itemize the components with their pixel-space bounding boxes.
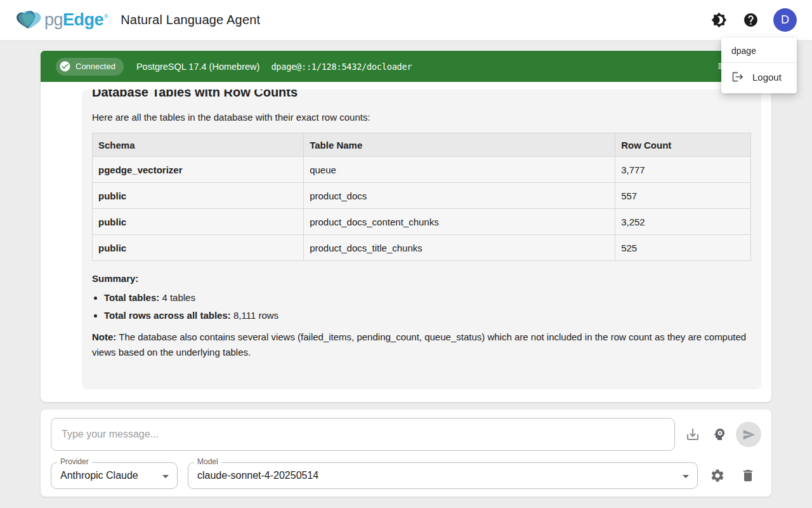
assistant-message: Database Tables with Row Counts Here are… bbox=[82, 90, 761, 389]
cell-schema: pgedge_vectorizer bbox=[93, 157, 304, 183]
summary-label: Summary: bbox=[92, 273, 751, 284]
message-intro: Here are all the tables in the database … bbox=[92, 112, 751, 123]
check-circle-icon bbox=[59, 60, 71, 72]
theme-toggle-button[interactable] bbox=[710, 11, 728, 29]
header-table-name: Table Name bbox=[304, 133, 615, 157]
cell-row-count: 557 bbox=[615, 183, 751, 209]
avatar[interactable]: D bbox=[773, 8, 797, 32]
menu-username: dpage bbox=[721, 37, 797, 62]
chat-scroll-area[interactable]: Database Tables with Row Counts Here are… bbox=[41, 82, 771, 402]
message-note: Note: The database also contains several… bbox=[92, 330, 751, 360]
cell-table-name: product_docs bbox=[304, 183, 615, 209]
model-row: Provider Anthropic Claude Model claude-s… bbox=[51, 462, 761, 489]
model-select[interactable]: Model claude-sonnet-4-20250514 bbox=[188, 462, 698, 489]
send-button[interactable] bbox=[736, 422, 761, 447]
send-icon bbox=[742, 428, 756, 441]
dark-mode-icon bbox=[711, 12, 727, 28]
table-row: public product_docs_content_chunks 3,252 bbox=[93, 209, 751, 235]
psychology-icon bbox=[712, 427, 727, 442]
summary-item: Total tables: 4 tables bbox=[104, 292, 751, 303]
provider-select-value: Anthropic Claude bbox=[60, 470, 138, 481]
pgedge-logo-icon bbox=[15, 8, 43, 32]
provider-select-label: Provider bbox=[57, 457, 92, 466]
cell-schema: public bbox=[93, 209, 304, 235]
gear-icon bbox=[710, 468, 725, 483]
row-counts-table: Schema Table Name Row Count pgedge_vecto… bbox=[92, 133, 751, 261]
delete-button[interactable] bbox=[736, 464, 760, 488]
cell-row-count: 3,777 bbox=[615, 157, 751, 183]
help-icon bbox=[743, 12, 759, 28]
connection-string: dpage@::1/128:5432/docloader bbox=[271, 62, 412, 72]
chat-card: Connected PostgreSQL 17.4 (Homebrew) dpa… bbox=[41, 51, 771, 402]
page-title: Natural Language Agent bbox=[121, 13, 260, 27]
table-header-row: Schema Table Name Row Count bbox=[93, 133, 751, 157]
cell-table-name: product_docs_content_chunks bbox=[304, 209, 615, 235]
cell-row-count: 525 bbox=[615, 235, 751, 261]
header-schema: Schema bbox=[93, 133, 304, 157]
trash-icon bbox=[740, 468, 756, 483]
logout-menu-item[interactable]: Logout bbox=[721, 63, 797, 91]
ai-insights-button[interactable] bbox=[707, 422, 731, 446]
download-button[interactable] bbox=[681, 422, 705, 446]
logout-icon bbox=[731, 70, 744, 83]
message-input[interactable] bbox=[51, 418, 675, 451]
user-menu: dpage Logout bbox=[721, 37, 797, 93]
model-select-label: Model bbox=[194, 457, 221, 466]
connected-badge-label: Connected bbox=[75, 62, 115, 71]
table-row: public product_docs 557 bbox=[93, 183, 751, 209]
chevron-down-icon bbox=[683, 475, 689, 478]
table-row: public product_docs_title_chunks 525 bbox=[93, 235, 751, 261]
composer-row bbox=[51, 418, 761, 451]
cell-table-name: product_docs_title_chunks bbox=[304, 235, 615, 261]
main-content: Connected PostgreSQL 17.4 (Homebrew) dpa… bbox=[0, 41, 812, 497]
settings-button[interactable] bbox=[705, 464, 730, 488]
connection-status-bar: Connected PostgreSQL 17.4 (Homebrew) dpa… bbox=[41, 51, 771, 82]
app-header: pgEdge® Natural Language Agent D bbox=[0, 0, 812, 41]
header-row-count: Row Count bbox=[615, 133, 751, 157]
download-icon bbox=[685, 427, 700, 442]
connected-badge: Connected bbox=[56, 58, 124, 76]
cell-table-name: queue bbox=[304, 157, 615, 183]
summary-item: Total rows across all tables: 8,111 rows bbox=[104, 310, 751, 321]
provider-select[interactable]: Provider Anthropic Claude bbox=[51, 462, 178, 489]
table-row: pgedge_vectorizer queue 3,777 bbox=[93, 157, 751, 183]
logout-label: Logout bbox=[752, 72, 782, 83]
help-button[interactable] bbox=[742, 11, 759, 29]
chevron-down-icon bbox=[162, 475, 169, 478]
server-version: PostgreSQL 17.4 (Homebrew) bbox=[136, 62, 260, 72]
model-select-value: claude-sonnet-4-20250514 bbox=[197, 470, 318, 481]
header-actions: D bbox=[710, 8, 797, 32]
pgedge-logo: pgEdge® bbox=[15, 8, 108, 32]
pgedge-logo-text: pgEdge® bbox=[44, 10, 108, 30]
cell-schema: public bbox=[93, 235, 304, 261]
composer-card: Provider Anthropic Claude Model claude-s… bbox=[41, 410, 771, 497]
summary-list: Total tables: 4 tables Total rows across… bbox=[92, 292, 751, 321]
message-heading: Database Tables with Row Counts bbox=[92, 90, 751, 100]
cell-schema: public bbox=[93, 183, 304, 209]
cell-row-count: 3,252 bbox=[615, 209, 751, 235]
